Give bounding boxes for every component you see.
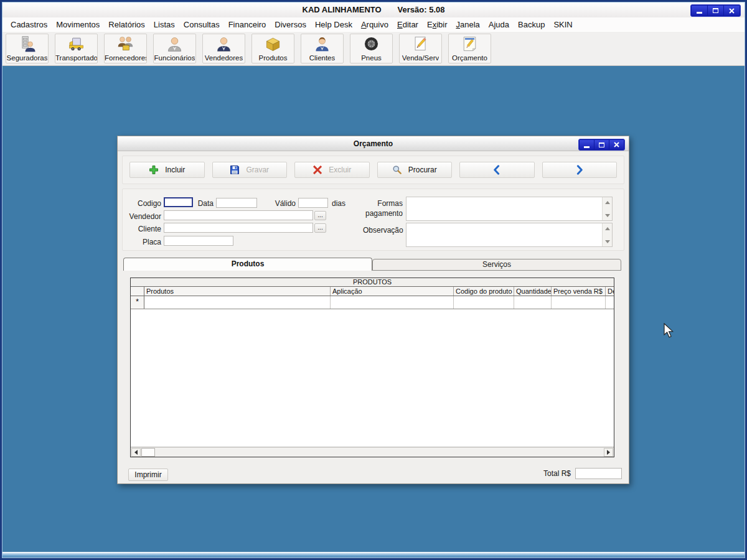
toolbar-button-produtos[interactable]: Produtos — [251, 34, 294, 63]
menu-item-exibir[interactable]: Exibir — [423, 19, 452, 30]
formas-pagamento-input[interactable] — [406, 197, 602, 220]
action-button-label: Excluir — [329, 166, 351, 174]
toolbar-button-vendedores[interactable]: Vendedores — [202, 34, 245, 63]
menu-item-relatorios[interactable]: Relatórios — [104, 19, 149, 30]
grid-cell[interactable] — [606, 296, 614, 309]
grid-column-header-des[interactable]: Des — [606, 287, 614, 296]
insurers-icon — [19, 35, 35, 52]
menu-item-help-desk[interactable]: Help Desk — [311, 19, 357, 30]
menu-bar: CadastrosMovimentosRelatóriosListasConsu… — [2, 17, 745, 31]
menu-item-financeiro[interactable]: Financeiro — [224, 19, 271, 30]
toolbar-button-fornecedores[interactable]: Fornecedores — [104, 34, 147, 63]
total-group: Total R$ — [543, 468, 622, 479]
scroll-down-icon[interactable] — [604, 238, 611, 245]
maximize-icon — [599, 142, 604, 147]
close-icon — [614, 142, 619, 147]
menu-item-consultas[interactable]: Consultas — [179, 19, 224, 30]
scroll-up-icon[interactable] — [604, 198, 611, 206]
close-button[interactable] — [609, 140, 624, 149]
toolbar-button-clientes[interactable]: Clientes — [301, 34, 344, 63]
salespeople-icon — [215, 35, 232, 52]
menu-item-movimentos[interactable]: Movimentos — [52, 19, 104, 30]
grid-column-header-quantidade[interactable]: Quantidade — [514, 287, 552, 296]
grid-cell[interactable] — [514, 296, 552, 309]
scroll-down-icon[interactable] — [604, 212, 611, 219]
tab-strip: ProdutosServiços — [123, 258, 621, 271]
observacao-memo — [406, 223, 613, 247]
delete-icon — [312, 165, 322, 175]
grid-band-title: PRODUTOS — [131, 278, 614, 287]
toolbar-button-label: Produtos — [258, 54, 287, 62]
minimize-button[interactable] — [580, 140, 594, 149]
grid-column-header-codigo-do-produto[interactable]: Codigo do produto — [454, 287, 514, 296]
menu-item-listas[interactable]: Listas — [149, 19, 179, 30]
menu-item-ajuda[interactable]: Ajuda — [484, 19, 514, 30]
grid-cell[interactable] — [552, 296, 606, 309]
orcamento-window: Orçamento IncluirGravarExcluirProcurar C… — [117, 136, 629, 484]
imprimir-button[interactable]: Imprimir — [128, 469, 168, 481]
toolbar-button-funcionarios[interactable]: Funcionários — [153, 34, 196, 63]
toolbar-button-label: Venda/Serv — [402, 54, 439, 62]
codigo-input[interactable] — [164, 197, 193, 207]
sale-service-icon — [412, 35, 429, 52]
tab-servicos[interactable]: Serviços — [372, 259, 621, 271]
menu-item-backup[interactable]: Backup — [514, 19, 549, 30]
menu-item-editar[interactable]: Editar — [393, 19, 423, 30]
maximize-button[interactable] — [708, 6, 723, 16]
minimize-button[interactable] — [692, 6, 707, 16]
incluir-button[interactable]: Incluir — [129, 162, 205, 178]
toolbar-button-transportador[interactable]: Transportador — [55, 34, 98, 63]
menu-item-janela[interactable]: Janela — [451, 19, 484, 30]
menu-item-arquivo[interactable]: Arquivo — [357, 19, 393, 30]
memo-scroll-strip — [602, 223, 612, 246]
toolbar-button-venda-serv[interactable]: Venda/Serv — [399, 34, 442, 63]
tab-produtos[interactable]: Produtos — [123, 258, 372, 271]
formas-pagamento-label: Formas pagamento — [344, 198, 403, 218]
cliente-input[interactable] — [164, 223, 313, 233]
scrollbar-thumb[interactable] — [141, 448, 155, 457]
observacao-input[interactable] — [406, 223, 602, 246]
toolbar-button-label: Seguradoras — [7, 54, 48, 62]
maximize-button[interactable] — [594, 140, 609, 149]
grid-horizontal-scrollbar[interactable] — [131, 447, 614, 457]
previous-record-button[interactable] — [459, 162, 535, 178]
scroll-right-icon[interactable] — [604, 448, 613, 457]
toolbar-button-seguradoras[interactable]: Seguradoras — [6, 34, 49, 63]
toolbar-button-orcamento[interactable]: Orçamento — [448, 34, 491, 63]
cliente-browse-button[interactable]: ... — [314, 223, 326, 233]
data-input[interactable] — [216, 198, 257, 208]
grid-cell[interactable] — [144, 296, 331, 309]
grid-cell[interactable] — [454, 296, 514, 309]
procurar-button[interactable]: Procurar — [377, 162, 453, 178]
grid-column-header-preco-venda-r[interactable]: Preço venda R$ — [552, 287, 606, 296]
close-button[interactable] — [724, 6, 740, 16]
menu-item-diversos[interactable]: Diversos — [270, 19, 311, 30]
grid-new-row[interactable]: * — [131, 296, 614, 309]
maximize-icon — [713, 8, 718, 13]
next-record-button[interactable] — [542, 162, 618, 178]
total-input[interactable] — [575, 468, 622, 479]
menu-item-skin[interactable]: SKIN — [549, 19, 576, 30]
grid-column-header-produtos[interactable]: Produtos — [144, 287, 331, 296]
orcamento-titlebar[interactable]: Orçamento — [118, 136, 629, 151]
form-panel: Codigo Data Válido por dias Formas pagam… — [122, 189, 624, 251]
excluir-button[interactable]: Excluir — [294, 162, 370, 178]
grid-header-row: ProdutosAplicaçãoCodigo do produtoQuanti… — [131, 287, 614, 296]
grid-column-header-aplicacao[interactable]: Aplicação — [331, 287, 454, 296]
scroll-left-icon[interactable] — [131, 448, 141, 457]
grid-new-row-marker: * — [131, 296, 144, 309]
toolbar: SeguradorasTransportadorFornecedoresFunc… — [2, 31, 745, 66]
menu-item-cadastros[interactable]: Cadastros — [6, 19, 52, 30]
app-version: Versão: 5.08 — [398, 5, 445, 14]
scroll-up-icon[interactable] — [604, 225, 611, 232]
vendedor-input[interactable] — [164, 210, 313, 220]
grid-cell[interactable] — [331, 296, 454, 309]
gravar-button[interactable]: Gravar — [212, 162, 288, 178]
toolbar-button-pneus[interactable]: Pneus — [350, 34, 393, 63]
valido-por-input[interactable] — [298, 198, 328, 208]
placa-input[interactable] — [164, 236, 233, 246]
orcamento-window-title: Orçamento — [354, 139, 393, 148]
app-window-controls — [690, 4, 741, 17]
vendedor-browse-button[interactable]: ... — [314, 211, 326, 220]
vendedor-label: Vendedor — [128, 212, 161, 222]
